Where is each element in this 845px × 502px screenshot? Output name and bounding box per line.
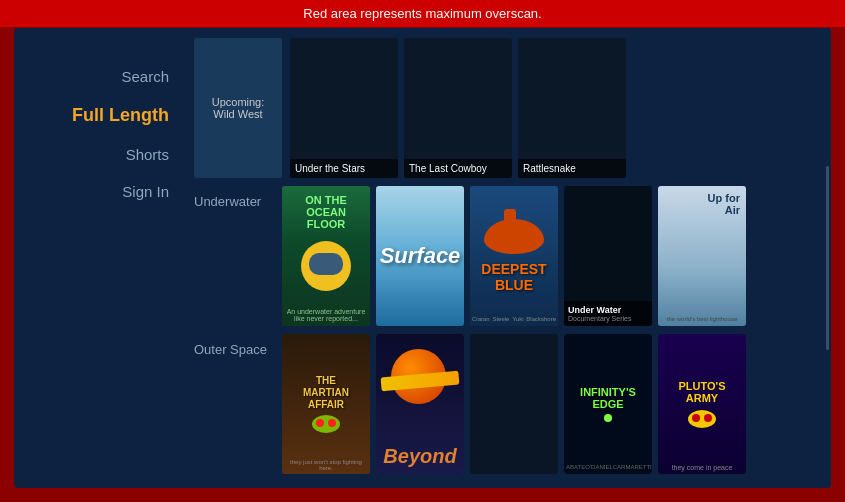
infinity-edge-title: INFINITY'SEDGE <box>580 386 636 410</box>
overscan-notice: Red area represents maximum overscan. <box>0 0 845 27</box>
movie-card-empty[interactable] <box>470 334 558 474</box>
ocean-floor-title: ON THEOCEANFLOOR <box>305 194 347 230</box>
submarine-icon <box>484 219 544 254</box>
main-app: Search Full Length Shorts Sign In Upcomi… <box>14 28 831 488</box>
beyond-title: Beyond <box>383 445 456 467</box>
category-row-underwater: Underwater ON THEOCEANFLOOR An underwate… <box>194 186 821 326</box>
martian-tagline: they just won't stop fighting here. <box>284 459 368 471</box>
movie-card-under-stars[interactable]: Under the Stars <box>290 38 398 178</box>
beyond-title-container: Beyond <box>378 445 462 468</box>
upcoming-label: Upcoming:Wild West <box>204 88 273 128</box>
app-container: Red area represents maximum overscan. Se… <box>0 0 845 502</box>
movie-card-underwater-doc[interactable]: Under Water Documentary Series <box>564 186 652 326</box>
infinity-credits: ABATEO'DANIELCARMARETTI <box>566 464 650 470</box>
category-label-outer-space: Outer Space <box>194 334 274 357</box>
martian-creature <box>312 415 340 433</box>
underwater-doc-subtitle: Documentary Series <box>568 315 648 322</box>
movie-card-deepest-blue[interactable]: DEEPESTBLUE CiaranSteeleYukiBlackshore <box>470 186 558 326</box>
movie-card-last-cowboy[interactable]: The Last Cowboy <box>404 38 512 178</box>
ocean-floor-tagline: An underwater adventure like never repor… <box>286 308 366 322</box>
movie-card-plutos-army[interactable]: PLUTO'SARMY they come in peace <box>658 334 746 474</box>
wildwest-strip: Under the Stars The Last Cowboy Rattlesn… <box>290 38 821 178</box>
deepest-blue-title: DEEPESTBLUE <box>481 262 546 293</box>
movie-card-up-for-air[interactable]: Up forAir the world's best lighthouse <box>658 186 746 326</box>
surface-title: Surface <box>380 243 461 269</box>
scroll-hint <box>826 166 829 350</box>
movie-card-martian-affair[interactable]: THEMARTIANAFFAIR they just won't stop fi… <box>282 334 370 474</box>
main-content: Upcoming:Wild West Under the Stars The L… <box>189 28 831 488</box>
movie-title-last-cowboy: The Last Cowboy <box>404 159 512 178</box>
category-row-outer-space: Outer Space THEMARTIANAFFAIR <box>194 334 821 474</box>
martian-affair-title: THEMARTIANAFFAIR <box>303 375 349 411</box>
helmet-icon <box>301 241 351 291</box>
sidebar-item-search[interactable]: Search <box>121 68 169 85</box>
movie-title-rattlesnake: Rattlesnake <box>518 159 626 178</box>
pluto-tagline: they come in peace <box>672 464 733 471</box>
plutos-army-title: PLUTO'SARMY <box>678 380 725 404</box>
sidebar-item-shorts[interactable]: Shorts <box>126 146 169 163</box>
outer-space-strip: THEMARTIANAFFAIR they just won't stop fi… <box>282 334 821 474</box>
category-row-wildwest: Upcoming:Wild West Under the Stars The L… <box>194 38 821 178</box>
sidebar: Search Full Length Shorts Sign In <box>14 28 189 488</box>
pluto-creature <box>688 410 716 428</box>
movie-card-ocean-floor[interactable]: ON THEOCEANFLOOR An underwater adventure… <box>282 186 370 326</box>
sidebar-item-sign-in[interactable]: Sign In <box>122 183 169 200</box>
up-for-air-subtitle: the world's best lighthouse <box>660 316 744 322</box>
movie-card-rattlesnake[interactable]: Rattlesnake <box>518 38 626 178</box>
up-for-air-title: Up forAir <box>708 192 740 216</box>
infinity-dot <box>604 414 612 422</box>
underwater-strip: ON THEOCEANFLOOR An underwater adventure… <box>282 186 821 326</box>
movie-card-beyond[interactable]: Beyond <box>376 334 464 474</box>
deepest-credits: CiaranSteeleYukiBlackshore <box>472 316 556 322</box>
overscan-text: Red area represents maximum overscan. <box>303 6 541 21</box>
category-label-underwater: Underwater <box>194 186 274 209</box>
movie-card-surface[interactable]: Surface <box>376 186 464 326</box>
underwater-doc-title: Under Water <box>568 305 648 315</box>
movie-card-infinity-edge[interactable]: INFINITY'SEDGE ABATEO'DANIELCARMARETTI <box>564 334 652 474</box>
movie-title-under-stars: Under the Stars <box>290 159 398 178</box>
upcoming-wild-west-card[interactable]: Upcoming:Wild West <box>194 38 282 178</box>
sidebar-item-full-length[interactable]: Full Length <box>72 105 169 126</box>
